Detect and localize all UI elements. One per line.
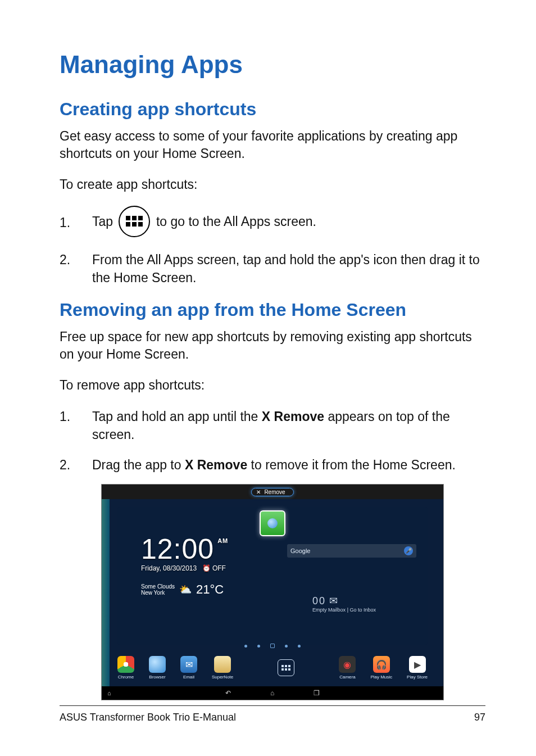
step-text-pre: Tap and hold an app until the <box>92 409 262 424</box>
tablet-screenshot: ✕ Remove 12:00 AM Friday, 08/30/2013 ⏰ O… <box>101 484 444 700</box>
all-apps-icon <box>278 659 294 676</box>
section-removing-intro: Free up space for new app shortcuts by r… <box>60 328 485 363</box>
step-text-pre: Drag the app to <box>92 458 185 472</box>
supernote-icon <box>214 656 231 673</box>
clock-ampm: AM <box>217 537 228 544</box>
clock-date: Friday, 08/30/2013 <box>141 564 197 572</box>
close-icon: ✕ <box>256 489 261 495</box>
dock-app-camera[interactable]: ◉Camera <box>339 656 356 680</box>
section-removing-heading: Removing an app from the Home Screen <box>60 300 485 320</box>
footer-page-number: 97 <box>474 712 485 723</box>
dock-app-playstore[interactable]: ▶Play Store <box>407 656 428 680</box>
page-indicator[interactable] <box>102 645 443 648</box>
system-nav-bar: ⌂ ↶ ⌂ ❐ <box>102 686 443 700</box>
list-number: 1. <box>60 408 92 425</box>
clock-time: 12:00 <box>141 533 214 565</box>
google-search-bar[interactable]: Google 🎤 <box>287 544 416 558</box>
envelope-icon: ✉ <box>329 595 338 607</box>
section-creating-intro: Get easy access to some of your favorite… <box>60 128 485 162</box>
footer-manual-title: ASUS Transformer Book Trio E-Manual <box>60 712 236 723</box>
step-text-pre: Tap <box>92 214 116 229</box>
gallery-icon <box>267 518 278 528</box>
dock-app-email[interactable]: ✉Email <box>180 656 197 680</box>
weather-temp: 21°C <box>196 582 224 597</box>
section-creating-heading: Creating app shortcuts <box>60 99 485 120</box>
all-apps-icon <box>119 206 150 237</box>
inbox-line1: Empty Mailbox <box>312 607 346 613</box>
step-text: From the All Apps screen, tap and hold t… <box>92 251 485 287</box>
mic-icon[interactable]: 🎤 <box>404 546 413 555</box>
camera-icon: ◉ <box>339 656 356 673</box>
dock-app-supernote[interactable]: SuperNote <box>212 656 233 680</box>
step-text: Tap to go to the All Apps screen. <box>92 207 485 238</box>
step-text-post: to go to the All Apps screen. <box>156 214 316 229</box>
step-text-bold: X Remove <box>185 458 247 472</box>
weather-city: New York <box>141 590 175 596</box>
list-number: 2. <box>60 456 92 474</box>
clock-widget[interactable]: 12:00 AM Friday, 08/30/2013 ⏰ OFF Some C… <box>141 533 228 597</box>
remove-target[interactable]: ✕ Remove <box>251 488 293 496</box>
nav-recent-icon[interactable]: ❐ <box>314 689 320 697</box>
nav-home-peek-icon[interactable]: ⌂ <box>107 690 111 696</box>
inbox-line2: Go to Inbox <box>349 607 376 613</box>
remove-label: Remove <box>264 489 285 495</box>
nav-back-icon[interactable]: ↶ <box>225 689 231 697</box>
step-text-post: to remove it from the Home Screen. <box>251 458 456 472</box>
list-number: 2. <box>60 251 92 269</box>
inbox-count: 00 <box>312 595 326 607</box>
play-music-icon: 🎧 <box>373 656 390 673</box>
section-removing-lead: To remove app shortcuts: <box>60 377 485 394</box>
weather-desc: Some Clouds <box>141 583 175 590</box>
dragged-app-icon[interactable] <box>260 510 285 536</box>
browser-icon <box>149 656 166 673</box>
step-text-bold: X Remove <box>262 409 324 424</box>
alarm-state: OFF <box>212 564 226 572</box>
page-title: Managing Apps <box>60 51 485 79</box>
email-icon: ✉ <box>180 656 197 673</box>
search-placeholder: Google <box>290 547 310 554</box>
chrome-icon <box>117 656 134 673</box>
play-store-icon: ▶ <box>409 656 426 673</box>
step-text: Drag the app to X Remove to remove it fr… <box>92 456 485 474</box>
nav-home-icon[interactable]: ⌂ <box>270 689 274 697</box>
app-dock: Chrome Browser ✉Email SuperNote ◉Camera … <box>102 649 443 686</box>
dock-app-browser[interactable]: Browser <box>149 656 166 680</box>
dock-app-playmusic[interactable]: 🎧Play Music <box>370 656 392 680</box>
dock-app-chrome[interactable]: Chrome <box>117 656 134 680</box>
weather-icon: ⛅ <box>179 583 192 596</box>
dock-all-apps[interactable] <box>278 659 294 676</box>
email-widget[interactable]: 00 ✉ Empty Mailbox | Go to Inbox <box>312 595 376 613</box>
section-creating-lead: To create app shortcuts: <box>60 176 485 193</box>
step-text: Tap and hold an app until the X Remove a… <box>92 408 485 443</box>
list-number: 1. <box>60 214 92 232</box>
